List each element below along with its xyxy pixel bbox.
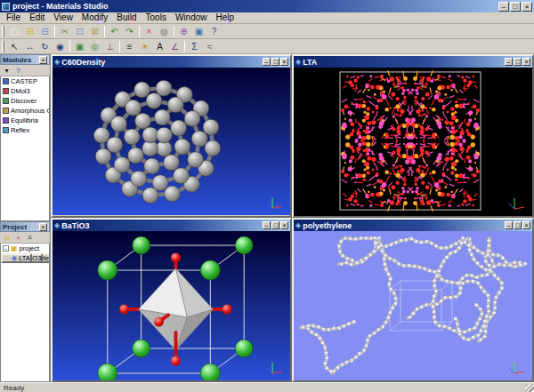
- paste-button[interactable]: ⊠: [87, 25, 102, 38]
- menu-item-build[interactable]: Build: [112, 12, 141, 23]
- module-item-equilibria[interactable]: Equilibria: [1, 116, 49, 125]
- module-icon: [3, 117, 9, 124]
- module-icon: [3, 78, 9, 84]
- menu-item-modify[interactable]: Modify: [77, 12, 112, 23]
- c60density-close-button[interactable]: ×: [280, 58, 288, 66]
- polyethylene-3d-viewport[interactable]: [294, 231, 532, 380]
- project-delete-button[interactable]: ×: [12, 232, 24, 243]
- open-button[interactable]: ⊞: [22, 25, 37, 38]
- app-icon: [2, 3, 10, 11]
- polyethylene-minimize-button[interactable]: –: [505, 221, 513, 229]
- batio3-maximize-button[interactable]: □: [271, 221, 279, 229]
- toolbar-grip[interactable]: [2, 26, 4, 37]
- cut-icon: ✂: [61, 27, 68, 36]
- batio3-3d-viewport[interactable]: [53, 231, 290, 380]
- modules-help-button[interactable]: ?: [12, 65, 24, 76]
- measure-button[interactable]: ∠: [167, 40, 182, 53]
- menu-item-file[interactable]: File: [2, 12, 25, 23]
- lta-minimize-button[interactable]: –: [505, 58, 513, 66]
- module-item-reflex[interactable]: Reflex: [1, 125, 49, 135]
- batio3-titlebar[interactable]: ◈ BaTiO3 – □ ×: [53, 220, 290, 231]
- modules-panel-close-button[interactable]: ×: [39, 56, 47, 64]
- title-bar[interactable]: project - Materials Studio – □ ×: [0, 0, 534, 12]
- toolbar-grip[interactable]: [2, 41, 4, 52]
- viewport-window-lta: ◈ LTA – □ ×: [292, 54, 534, 218]
- c60density-titlebar[interactable]: ◈ C60Density – □ ×: [53, 56, 290, 68]
- tree-root-label: project: [20, 244, 40, 252]
- project-tree: -▣project◈C60Density◈polyethylene◈BaTiO3…: [0, 244, 50, 382]
- menu-item-edit[interactable]: Edit: [25, 12, 49, 23]
- lta-title: LTA: [303, 58, 505, 67]
- module-icon: [3, 88, 9, 94]
- modules-panel-caption[interactable]: Modules ×: [0, 54, 50, 65]
- cut-button[interactable]: ✂: [57, 25, 72, 38]
- document-3d-icon: ◈: [295, 58, 301, 66]
- module-item-castep[interactable]: CASTEP: [1, 76, 49, 86]
- new-button[interactable]: ▢: [7, 25, 22, 38]
- minimize-button[interactable]: –: [498, 2, 509, 12]
- polyethylene-titlebar[interactable]: ◈ polyethylene – □ ×: [294, 220, 532, 231]
- modules-dropdown-button[interactable]: ▾: [1, 65, 12, 76]
- lta-maximize-button[interactable]: □: [514, 58, 522, 66]
- center-view-button[interactable]: ◎: [87, 40, 102, 53]
- project-panel: Project × ⊞×≡ -▣project◈C60Density◈polye…: [0, 221, 50, 382]
- lta-3d-viewport[interactable]: [294, 68, 532, 216]
- menu-item-help[interactable]: Help: [212, 12, 239, 23]
- find-button[interactable]: ◎: [157, 25, 172, 38]
- project-new-button[interactable]: ⊞: [1, 232, 12, 243]
- menu-item-window[interactable]: Window: [171, 12, 212, 23]
- labels-button[interactable]: A: [152, 40, 167, 53]
- batio3-minimize-button[interactable]: –: [263, 221, 271, 229]
- lta-close-button[interactable]: ×: [522, 58, 530, 66]
- new-atom-button[interactable]: ⊕: [176, 25, 191, 38]
- tree-item-lta[interactable]: ◈LTA: [1, 253, 32, 263]
- c60density-3d-viewport[interactable]: [53, 68, 290, 216]
- selection-mode-button[interactable]: ↖: [7, 40, 22, 53]
- tree-root-project[interactable]: -▣project: [1, 244, 49, 253]
- menu-item-view[interactable]: View: [49, 12, 77, 23]
- c60density-maximize-button[interactable]: □: [271, 58, 279, 66]
- fit-view-icon: ▣: [76, 42, 84, 52]
- adjust-bonds-button[interactable]: ≈: [202, 40, 217, 53]
- translate-button[interactable]: ↔: [22, 40, 37, 53]
- rotate-icon: ↻: [41, 42, 48, 52]
- labels-icon: A: [157, 42, 163, 52]
- delete-button[interactable]: ×: [142, 25, 157, 38]
- c60density-minimize-button[interactable]: –: [263, 58, 271, 66]
- module-label: Amorphous Cell: [11, 107, 50, 115]
- module-item-discover[interactable]: Discover: [1, 96, 49, 106]
- help-button[interactable]: ?: [206, 25, 222, 38]
- menu-item-tools[interactable]: Tools: [142, 12, 171, 23]
- view-axes-button[interactable]: ⊥: [102, 40, 117, 53]
- toolbar-separator: [104, 26, 105, 37]
- new-3d-view-button[interactable]: ▣: [191, 25, 206, 38]
- copy-button[interactable]: ⊡: [72, 25, 87, 38]
- tree-expander-icon[interactable]: -: [3, 245, 9, 252]
- project-properties-button[interactable]: ≡: [24, 232, 36, 243]
- project-panel-close-button[interactable]: ×: [39, 223, 47, 231]
- module-label: DMol3: [11, 87, 30, 95]
- rotate-button[interactable]: ↻: [37, 40, 53, 53]
- resize-grip[interactable]: [525, 384, 534, 392]
- maximize-button[interactable]: □: [510, 2, 521, 12]
- undo-button[interactable]: ↶: [107, 25, 122, 38]
- close-button[interactable]: ×: [522, 2, 532, 12]
- module-item-amorphous-cell[interactable]: Amorphous Cell: [1, 106, 49, 116]
- polyethylene-close-button[interactable]: ×: [522, 221, 530, 229]
- lighting-button[interactable]: ☀: [137, 40, 152, 53]
- project-panel-title: Project: [3, 223, 39, 231]
- fit-view-button[interactable]: ▣: [72, 40, 87, 53]
- toolbar-separator: [139, 26, 140, 37]
- redo-button[interactable]: ↷: [122, 25, 137, 38]
- batio3-close-button[interactable]: ×: [280, 221, 288, 229]
- project-panel-caption[interactable]: Project ×: [0, 221, 50, 232]
- new-icon: ▢: [11, 27, 19, 36]
- save-button[interactable]: ⊟: [37, 25, 53, 38]
- display-style-button[interactable]: ≡: [122, 40, 137, 53]
- module-item-dmol3[interactable]: DMol3: [1, 86, 49, 96]
- modules-panel: Modules × ▾? CASTEPDMol3DiscoverAmorphou…: [0, 54, 50, 221]
- recalculate-button[interactable]: Σ: [187, 40, 202, 53]
- zoom-button[interactable]: ◉: [53, 40, 68, 53]
- lta-titlebar[interactable]: ◈ LTA – □ ×: [294, 56, 532, 68]
- polyethylene-maximize-button[interactable]: □: [514, 221, 522, 229]
